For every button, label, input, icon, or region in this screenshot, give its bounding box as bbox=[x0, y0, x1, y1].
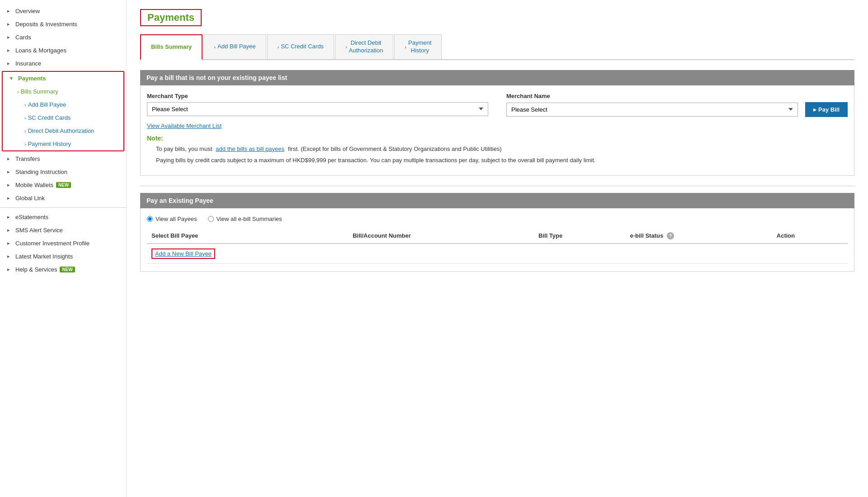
sidebar-item-sms-alert[interactable]: ▸ SMS Alert Service bbox=[0, 224, 126, 237]
chevron-right-icon: ▸ bbox=[7, 267, 13, 272]
sidebar-item-direct-debit[interactable]: › Direct Debit Authorization bbox=[3, 124, 123, 137]
page-title-box: Payments bbox=[140, 9, 202, 26]
table-row-add-payee: Add a New Bill Payee bbox=[147, 244, 848, 264]
chevron-right-icon: ▸ bbox=[7, 61, 13, 66]
chevron-right-icon: ▸ bbox=[7, 240, 13, 246]
arrow-icon: › bbox=[405, 44, 406, 50]
chevron-right-icon: ▸ bbox=[7, 227, 13, 233]
sidebar-item-sc-credit-cards[interactable]: › SC Credit Cards bbox=[3, 111, 123, 124]
radio-ebill-input[interactable] bbox=[208, 216, 214, 222]
note-item-2: Paying bills by credit cards subject to … bbox=[156, 157, 848, 164]
sidebar-item-deposits[interactable]: ▸ Deposits & Investments bbox=[0, 18, 126, 31]
merchant-name-group: Merchant Name Please Select ▸ Pay Bill bbox=[506, 93, 848, 117]
radio-view-ebill[interactable]: View all e-bill Summaries bbox=[208, 216, 282, 222]
chevron-right-icon: ▸ bbox=[7, 195, 13, 201]
col-bill-type: Bill Type bbox=[534, 229, 625, 244]
arrow-icon: › bbox=[278, 44, 279, 50]
payee-radio-group: View all Payees View all e-bill Summarie… bbox=[147, 216, 848, 222]
merchant-link-row: View Available Merchant List bbox=[147, 122, 848, 129]
new-badge: NEW bbox=[56, 182, 71, 188]
arrow-icon: › bbox=[345, 44, 347, 50]
col-select-bill-payee: Select Bill Payee bbox=[147, 229, 348, 244]
col-action: Action bbox=[772, 229, 848, 244]
sidebar-item-standing-instruction[interactable]: ▸ Standing Instruction bbox=[0, 165, 126, 178]
col-ebill-status: e-bill Status ? bbox=[625, 229, 772, 244]
radio-view-all-payees[interactable]: View all Payees bbox=[147, 216, 197, 222]
sidebar-item-overview[interactable]: ▸ Overview bbox=[0, 5, 126, 18]
tab-direct-debit[interactable]: › Direct DebitAuthorization bbox=[335, 34, 394, 59]
tab-add-bill-payee[interactable]: › Add Bill Payee bbox=[203, 34, 266, 59]
sidebar-item-global-link[interactable]: ▸ Global Link bbox=[0, 192, 126, 205]
merchant-name-label: Merchant Name bbox=[506, 93, 848, 99]
merchant-type-label: Merchant Type bbox=[147, 93, 488, 99]
chevron-right-icon: ▸ bbox=[7, 182, 13, 188]
radio-all-payees-input[interactable] bbox=[147, 216, 153, 222]
sidebar-item-bills-summary[interactable]: › Bills Summary bbox=[3, 85, 123, 98]
add-new-bill-payee-link[interactable]: Add a New Bill Payee bbox=[155, 250, 212, 257]
tab-bar: Bills Summary › Add Bill Payee › SC Cred… bbox=[140, 34, 854, 60]
note-section: Note: To pay bills, you must add the bil… bbox=[147, 135, 848, 164]
tab-sc-credit-cards[interactable]: › SC Credit Cards bbox=[267, 34, 334, 59]
chevron-right-icon: ▸ bbox=[7, 214, 13, 220]
note-item-1: To pay bills, you must add the bills as … bbox=[156, 145, 848, 152]
pay-bill-button[interactable]: ▸ Pay Bill bbox=[805, 102, 848, 117]
pay-bill-body: Merchant Type Please Select Merchant Nam… bbox=[140, 85, 854, 176]
add-new-payee-cell: Add a New Bill Payee bbox=[147, 244, 348, 264]
view-merchant-link[interactable]: View Available Merchant List bbox=[147, 122, 222, 129]
page-title: Payments bbox=[147, 12, 194, 23]
chevron-right-icon: ▸ bbox=[7, 34, 13, 40]
section-divider bbox=[140, 186, 854, 186]
main-content: Payments Bills Summary › Add Bill Payee … bbox=[127, 0, 868, 497]
chevron-right-icon: ▸ bbox=[7, 21, 13, 27]
sidebar: ▸ Overview ▸ Deposits & Investments ▸ Ca… bbox=[0, 0, 127, 497]
sidebar-item-customer-investment[interactable]: ▸ Customer Investment Profile bbox=[0, 237, 126, 250]
chevron-right-icon: ▸ bbox=[7, 253, 13, 259]
chevron-right-icon: ▸ bbox=[7, 8, 13, 14]
sidebar-item-mobile-wallets[interactable]: ▸ Mobile Wallets NEW bbox=[0, 178, 126, 192]
sidebar-item-insurance[interactable]: ▸ Insurance bbox=[0, 57, 126, 70]
arrow-icon: › bbox=[214, 44, 216, 50]
existing-payee-body: View all Payees View all e-bill Summarie… bbox=[140, 208, 854, 272]
sidebar-item-estatements[interactable]: ▸ eStatements bbox=[0, 211, 126, 224]
pay-bill-header: Pay a bill that is not on your existing … bbox=[140, 70, 854, 85]
sidebar-item-transfers[interactable]: ▸ Transfers bbox=[0, 152, 126, 165]
chevron-right-icon: ▸ bbox=[7, 156, 13, 162]
existing-payee-header: Pay an Existing Payee bbox=[140, 193, 854, 208]
merchant-form-row: Merchant Type Please Select Merchant Nam… bbox=[147, 93, 848, 117]
note-title: Note: bbox=[147, 135, 848, 142]
col-bill-account-number: Bill/Account Number bbox=[348, 229, 534, 244]
sidebar-item-payment-history[interactable]: › Payment History bbox=[3, 137, 123, 150]
chevron-right-icon: ▸ bbox=[7, 169, 13, 175]
tab-bills-summary[interactable]: Bills Summary bbox=[140, 34, 203, 60]
add-payees-link[interactable]: add the bills as bill payees bbox=[216, 145, 284, 152]
merchant-name-select[interactable]: Please Select bbox=[506, 103, 798, 117]
sidebar-item-help-services[interactable]: ▸ Help & Services NEW bbox=[0, 263, 126, 276]
sidebar-item-cards[interactable]: ▸ Cards bbox=[0, 31, 126, 44]
payee-table: Select Bill Payee Bill/Account Number Bi… bbox=[147, 229, 848, 264]
note-list: To pay bills, you must add the bills as … bbox=[147, 145, 848, 164]
help-icon[interactable]: ? bbox=[667, 232, 674, 239]
new-badge-help: NEW bbox=[60, 267, 75, 272]
merchant-type-select[interactable]: Please Select bbox=[147, 102, 488, 116]
sidebar-item-payments[interactable]: ▾ Payments bbox=[3, 72, 123, 85]
sidebar-item-add-bill-payee[interactable]: › Add Bill Payee bbox=[3, 98, 123, 111]
tab-payment-history[interactable]: › PaymentHistory bbox=[394, 34, 442, 59]
sidebar-item-loans[interactable]: ▸ Loans & Mortgages bbox=[0, 44, 126, 57]
sidebar-item-latest-market[interactable]: ▸ Latest Market Insights bbox=[0, 250, 126, 263]
chevron-right-icon: ▸ bbox=[7, 47, 13, 53]
chevron-down-icon: ▾ bbox=[10, 75, 15, 81]
merchant-type-group: Merchant Type Please Select bbox=[147, 93, 488, 117]
